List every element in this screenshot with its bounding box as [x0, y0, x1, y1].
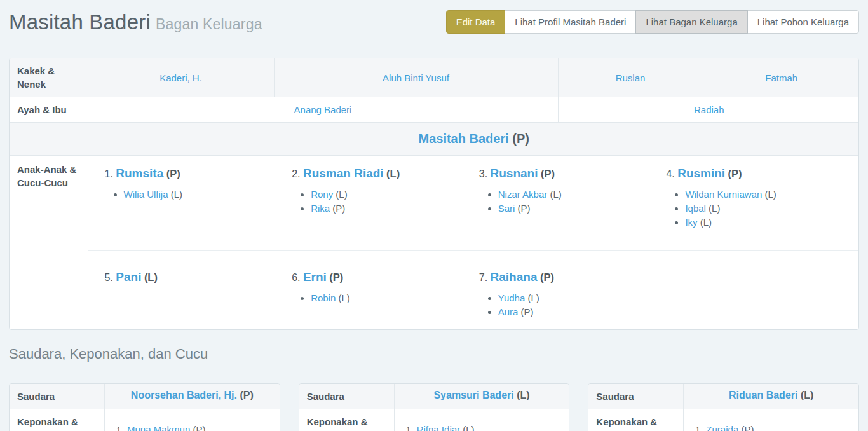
person-link-grandchild[interactable]: Rika: [311, 203, 330, 214]
person-link-sibling[interactable]: Riduan Baderi: [729, 390, 797, 400]
gender-label: (P): [329, 271, 343, 283]
child-heading: 6. Erni (P): [292, 270, 479, 284]
page-header: Masitah BaderiBagan Keluarga Edit Data L…: [0, 0, 868, 44]
child-entry: 1. Rumsita (P) Wilia Ulfija (L): [105, 167, 292, 202]
person-link-child[interactable]: Pani: [116, 270, 141, 284]
person-link-child[interactable]: Erni: [303, 270, 327, 284]
nephews-label: Keponakan & Cucu-Cucu: [588, 409, 684, 431]
gender-label: (L): [339, 292, 350, 303]
person-page-name: Masitah Baderi: [9, 10, 151, 34]
person-link-grandchild[interactable]: Iqbal: [685, 203, 706, 214]
child-entry: 6. Erni (P) Robin (L): [292, 270, 479, 305]
sibling-name-cell: Syamsuri Baderi (L): [395, 384, 569, 409]
person-link-grandchild[interactable]: Yudha: [498, 292, 526, 303]
grandchild-item: Rony (L): [311, 188, 479, 202]
grandchild-item: Nizar Akbar (L): [498, 188, 667, 202]
gender-label: (L): [463, 424, 474, 431]
self-cell: Masitah Baderi (P): [88, 123, 859, 156]
person-link-grandchild[interactable]: Wildan Kurniawan: [685, 189, 762, 200]
view-tree-button[interactable]: Lihat Pohon Keluarga: [747, 10, 859, 34]
nephews-cell: 1. Muna Makmun (P) Nafies Luthfi (L): [105, 409, 280, 431]
child-heading: 1. Rumsita (P): [105, 167, 292, 181]
children-grid-row-2: 5. Pani (L) 6. Erni (P) Robin (L): [88, 250, 860, 329]
child-number: 2.: [292, 168, 300, 179]
person-link-child[interactable]: Raihana: [491, 270, 538, 284]
gender-label: (P): [193, 424, 205, 431]
header-button-group: Edit Data Lihat Profil Masitah Baderi Li…: [446, 10, 859, 34]
sibling-card-header: Saudara Noorsehan Baderi, Hj. (P): [10, 384, 280, 409]
person-link-grandmother-paternal[interactable]: Aluh Binti Yusuf: [383, 72, 449, 83]
children-row-label: Anak-Anak & Cucu-Cucu: [10, 156, 88, 330]
child-heading: 2. Rusman Riadi (L): [292, 167, 479, 181]
person-link-grandfather-paternal[interactable]: Kaderi, H.: [159, 72, 202, 83]
family-chart-table: Kakek & Nenek Kaderi, H. Aluh Binti Yusu…: [10, 58, 859, 329]
gender-label: (P): [166, 168, 180, 179]
view-profile-button[interactable]: Lihat Profil Masitah Baderi: [505, 10, 636, 34]
grandchild-item: Aura (P): [498, 305, 667, 319]
person-link-self[interactable]: Masitah Baderi: [419, 132, 509, 146]
nephews-cell: 1. Rifna Idiar (L) Sari Mardiah (P): [395, 409, 569, 431]
mother-cell: Radiah: [558, 97, 859, 123]
gender-label: (P): [728, 168, 742, 179]
edit-data-button[interactable]: Edit Data: [446, 10, 506, 34]
person-link-child[interactable]: Rusmini: [677, 167, 725, 180]
grandchildren-list: Wilia Ulfija (L): [105, 188, 292, 202]
gender-label: (L): [527, 292, 539, 303]
gender-label: (L): [550, 189, 561, 200]
child-heading: 5. Pani (L): [105, 270, 292, 284]
person-link-child[interactable]: Rumsita: [116, 167, 163, 180]
nephews-label: Keponakan & Cucu-Cucu: [10, 409, 105, 431]
gender-label: (P): [240, 390, 253, 400]
person-link-grandchild[interactable]: Iky: [685, 217, 697, 228]
grandchild-item: Rika (P): [311, 202, 479, 216]
person-link-grandchild[interactable]: Rony: [311, 189, 333, 200]
person-link-nephew[interactable]: Rifna Idiar: [417, 424, 460, 431]
gender-label: (L): [764, 189, 776, 200]
child-number: 1.: [105, 168, 113, 179]
grandchildren-list: Rony (L) Rika (P): [292, 188, 479, 216]
person-link-father[interactable]: Anang Baderi: [294, 104, 352, 115]
sibling-label: Saudara: [588, 384, 684, 409]
nephew-number: 1.: [695, 425, 702, 431]
person-link-grandfather-maternal[interactable]: Ruslan: [616, 72, 646, 83]
grandparents-row: Kakek & Nenek Kaderi, H. Aluh Binti Yusu…: [10, 58, 859, 97]
grandchild-item: Iky (L): [685, 216, 853, 229]
gender-label: (L): [386, 168, 400, 179]
gender-label: (L): [336, 189, 347, 200]
children-grid-row-1: 1. Rumsita (P) Wilia Ulfija (L) 2. Rusma…: [88, 156, 860, 250]
siblings-section-heading: Saudara, Keponakan, dan Cucu: [0, 330, 868, 371]
person-link-child[interactable]: Rusnani: [491, 167, 538, 180]
gender-label: (P): [518, 203, 531, 214]
child-heading: 3. Rusnani (P): [479, 167, 667, 181]
nephew-item: 1. Zuraida (P) Andika Nugraha Rahman (L): [695, 423, 853, 431]
child-number: 3.: [479, 168, 487, 179]
person-link-nephew[interactable]: Muna Makmun: [127, 424, 190, 431]
person-link-child[interactable]: Rusman Riadi: [303, 167, 384, 180]
child-entry: 4. Rusmini (P) Wildan Kurniawan (L) Iqba…: [666, 167, 853, 229]
person-link-grandchild[interactable]: Robin: [311, 292, 336, 303]
person-link-sibling[interactable]: Noorsehan Baderi, Hj.: [131, 390, 237, 400]
nephews-cell: 1. Zuraida (P) Andika Nugraha Rahman (L): [684, 409, 858, 431]
sibling-card-body: Keponakan & Cucu-Cucu 1. Zuraida (P) And…: [588, 409, 858, 431]
person-link-mother[interactable]: Radiah: [694, 104, 724, 115]
view-chart-button[interactable]: Lihat Bagan Keluarga: [635, 10, 747, 34]
grandchild-item: Iqbal (L): [685, 202, 853, 216]
gender-label: (L): [517, 390, 529, 400]
grandchildren-list: Nizar Akbar (L) Sari (P): [479, 188, 667, 216]
person-link-sibling[interactable]: Syamsuri Baderi: [433, 390, 513, 400]
person-link-grandchild[interactable]: Nizar Akbar: [498, 189, 548, 200]
self-row-label-empty: [10, 123, 88, 156]
gender-label: (P): [512, 132, 529, 146]
parents-row: Ayah & Ibu Anang Baderi Radiah: [10, 97, 859, 123]
person-link-grandmother-maternal[interactable]: Fatmah: [765, 72, 797, 83]
person-link-grandchild[interactable]: Sari: [498, 203, 515, 214]
person-link-grandchild[interactable]: Wilia Ulfija: [124, 189, 168, 200]
child-entry: 5. Pani (L): [105, 270, 292, 284]
nephew-item: 1. Muna Makmun (P) Nafies Luthfi (L): [116, 423, 275, 431]
grandchildren-list: Wildan Kurniawan (L) Iqbal (L) Iky (L): [666, 188, 853, 229]
sibling-name-cell: Riduan Baderi (L): [684, 384, 858, 409]
grandchild-item: Sari (P): [498, 202, 667, 216]
person-link-grandchild[interactable]: Aura: [498, 306, 519, 317]
grandchildren-list: Yudha (L) Aura (P): [479, 291, 667, 319]
person-link-nephew[interactable]: Zuraida: [706, 424, 738, 431]
